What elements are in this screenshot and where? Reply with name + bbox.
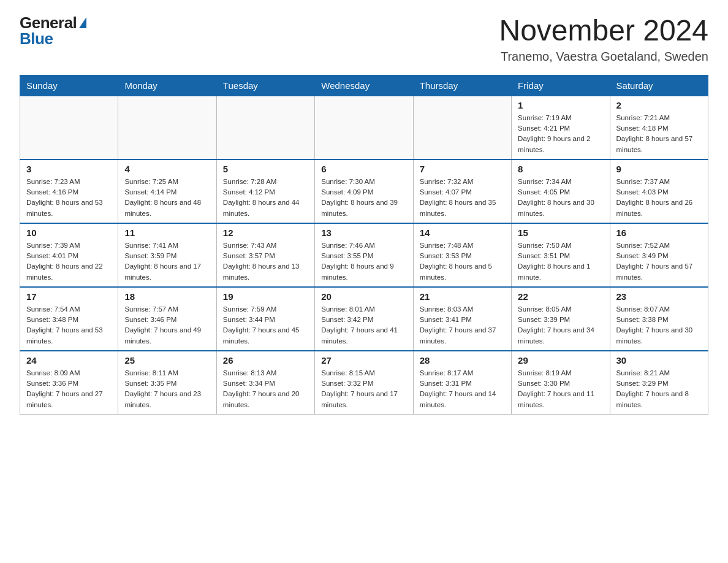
- day-info: Sunrise: 7:52 AMSunset: 3:49 PMDaylight:…: [616, 240, 702, 283]
- day-info: Sunrise: 7:30 AMSunset: 4:09 PMDaylight:…: [321, 177, 406, 219]
- day-number: 2: [616, 100, 702, 110]
- day-info: Sunrise: 8:21 AMSunset: 3:29 PMDaylight:…: [616, 368, 702, 410]
- calendar-week-row: 3Sunrise: 7:23 AMSunset: 4:16 PMDaylight…: [20, 159, 708, 223]
- day-info: Sunrise: 8:03 AMSunset: 3:41 PMDaylight:…: [420, 304, 505, 347]
- day-number: 28: [420, 355, 505, 366]
- day-info: Sunrise: 7:43 AMSunset: 3:57 PMDaylight:…: [223, 240, 308, 283]
- day-info: Sunrise: 7:59 AMSunset: 3:44 PMDaylight:…: [223, 304, 308, 347]
- day-info: Sunrise: 7:41 AMSunset: 3:59 PMDaylight:…: [124, 240, 210, 283]
- calendar-week-row: 10Sunrise: 7:39 AMSunset: 4:01 PMDayligh…: [20, 223, 708, 287]
- day-number: 22: [518, 291, 603, 302]
- day-number: 3: [26, 164, 112, 174]
- calendar-table: SundayMondayTuesdayWednesdayThursdayFrid…: [20, 75, 708, 415]
- calendar-cell: 9Sunrise: 7:37 AMSunset: 4:03 PMDaylight…: [610, 159, 708, 223]
- day-info: Sunrise: 7:57 AMSunset: 3:46 PMDaylight:…: [124, 304, 210, 347]
- day-number: 15: [518, 228, 603, 238]
- col-header-friday: Friday: [512, 75, 610, 96]
- calendar-cell: 30Sunrise: 8:21 AMSunset: 3:29 PMDayligh…: [610, 351, 708, 415]
- calendar-cell: [20, 96, 118, 159]
- calendar-cell: [315, 96, 413, 159]
- calendar-cell: 1Sunrise: 7:19 AMSunset: 4:21 PMDaylight…: [512, 96, 610, 159]
- calendar-cell: 3Sunrise: 7:23 AMSunset: 4:16 PMDaylight…: [20, 159, 118, 223]
- day-number: 14: [420, 228, 505, 238]
- col-header-monday: Monday: [118, 75, 216, 96]
- day-info: Sunrise: 8:01 AMSunset: 3:42 PMDaylight:…: [321, 304, 406, 347]
- day-number: 17: [26, 291, 112, 302]
- day-info: Sunrise: 7:32 AMSunset: 4:07 PMDaylight:…: [420, 177, 505, 219]
- day-info: Sunrise: 7:25 AMSunset: 4:14 PMDaylight:…: [124, 177, 210, 219]
- day-number: 16: [616, 228, 702, 238]
- calendar-header-row: SundayMondayTuesdayWednesdayThursdayFrid…: [20, 75, 708, 96]
- month-title: November 2024: [499, 15, 708, 47]
- calendar-cell: 8Sunrise: 7:34 AMSunset: 4:05 PMDaylight…: [512, 159, 610, 223]
- day-number: 9: [616, 164, 702, 174]
- calendar-cell: 26Sunrise: 8:13 AMSunset: 3:34 PMDayligh…: [216, 351, 314, 415]
- day-info: Sunrise: 7:48 AMSunset: 3:53 PMDaylight:…: [420, 240, 505, 283]
- logo-general-text: General: [20, 15, 77, 31]
- day-info: Sunrise: 7:23 AMSunset: 4:16 PMDaylight:…: [26, 177, 112, 219]
- calendar-cell: [216, 96, 314, 159]
- day-info: Sunrise: 8:19 AMSunset: 3:30 PMDaylight:…: [518, 368, 603, 410]
- day-info: Sunrise: 7:28 AMSunset: 4:12 PMDaylight:…: [223, 177, 308, 219]
- calendar-cell: 18Sunrise: 7:57 AMSunset: 3:46 PMDayligh…: [118, 287, 216, 351]
- calendar-cell: 20Sunrise: 8:01 AMSunset: 3:42 PMDayligh…: [315, 287, 413, 351]
- calendar-cell: 23Sunrise: 8:07 AMSunset: 3:38 PMDayligh…: [610, 287, 708, 351]
- calendar-cell: 24Sunrise: 8:09 AMSunset: 3:36 PMDayligh…: [20, 351, 118, 415]
- calendar-cell: 28Sunrise: 8:17 AMSunset: 3:31 PMDayligh…: [413, 351, 511, 415]
- day-number: 19: [223, 291, 308, 302]
- calendar-cell: 12Sunrise: 7:43 AMSunset: 3:57 PMDayligh…: [216, 223, 314, 287]
- calendar-cell: 29Sunrise: 8:19 AMSunset: 3:30 PMDayligh…: [512, 351, 610, 415]
- calendar-cell: 5Sunrise: 7:28 AMSunset: 4:12 PMDaylight…: [216, 159, 314, 223]
- day-info: Sunrise: 8:07 AMSunset: 3:38 PMDaylight:…: [616, 304, 702, 347]
- calendar-week-row: 1Sunrise: 7:19 AMSunset: 4:21 PMDaylight…: [20, 96, 708, 159]
- day-number: 18: [124, 291, 210, 302]
- day-number: 4: [124, 164, 210, 174]
- col-header-thursday: Thursday: [413, 75, 511, 96]
- calendar-week-row: 17Sunrise: 7:54 AMSunset: 3:48 PMDayligh…: [20, 287, 708, 351]
- day-number: 5: [223, 164, 308, 174]
- day-number: 24: [26, 355, 112, 366]
- day-number: 7: [420, 164, 505, 174]
- col-header-wednesday: Wednesday: [315, 75, 413, 96]
- col-header-tuesday: Tuesday: [216, 75, 314, 96]
- location-title: Tranemo, Vaestra Goetaland, Sweden: [499, 50, 708, 64]
- day-number: 30: [616, 355, 702, 366]
- day-info: Sunrise: 8:17 AMSunset: 3:31 PMDaylight:…: [420, 368, 505, 410]
- title-block: November 2024 Tranemo, Vaestra Goetaland…: [499, 15, 708, 64]
- calendar-week-row: 24Sunrise: 8:09 AMSunset: 3:36 PMDayligh…: [20, 351, 708, 415]
- day-info: Sunrise: 7:50 AMSunset: 3:51 PMDaylight:…: [518, 240, 603, 283]
- logo-blue-text: Blue: [20, 31, 53, 47]
- calendar-cell: 2Sunrise: 7:21 AMSunset: 4:18 PMDaylight…: [610, 96, 708, 159]
- day-number: 23: [616, 291, 702, 302]
- day-info: Sunrise: 7:39 AMSunset: 4:01 PMDaylight:…: [26, 240, 112, 283]
- page-header: General Blue November 2024 Tranemo, Vaes…: [20, 15, 708, 64]
- calendar-cell: 7Sunrise: 7:32 AMSunset: 4:07 PMDaylight…: [413, 159, 511, 223]
- day-number: 20: [321, 291, 406, 302]
- calendar-cell: 11Sunrise: 7:41 AMSunset: 3:59 PMDayligh…: [118, 223, 216, 287]
- day-info: Sunrise: 7:54 AMSunset: 3:48 PMDaylight:…: [26, 304, 112, 347]
- calendar-cell: 15Sunrise: 7:50 AMSunset: 3:51 PMDayligh…: [512, 223, 610, 287]
- col-header-sunday: Sunday: [20, 75, 118, 96]
- day-number: 27: [321, 355, 406, 366]
- day-number: 12: [223, 228, 308, 238]
- calendar-cell: 6Sunrise: 7:30 AMSunset: 4:09 PMDaylight…: [315, 159, 413, 223]
- calendar-cell: 27Sunrise: 8:15 AMSunset: 3:32 PMDayligh…: [315, 351, 413, 415]
- day-info: Sunrise: 8:13 AMSunset: 3:34 PMDaylight:…: [223, 368, 308, 410]
- day-number: 6: [321, 164, 406, 174]
- day-info: Sunrise: 7:46 AMSunset: 3:55 PMDaylight:…: [321, 240, 406, 283]
- logo: General Blue: [20, 15, 86, 47]
- day-number: 13: [321, 228, 406, 238]
- day-info: Sunrise: 7:37 AMSunset: 4:03 PMDaylight:…: [616, 177, 702, 219]
- day-info: Sunrise: 7:19 AMSunset: 4:21 PMDaylight:…: [518, 113, 603, 155]
- day-info: Sunrise: 8:15 AMSunset: 3:32 PMDaylight:…: [321, 368, 406, 410]
- calendar-cell: 13Sunrise: 7:46 AMSunset: 3:55 PMDayligh…: [315, 223, 413, 287]
- logo-triangle-icon: [79, 17, 86, 28]
- day-info: Sunrise: 7:34 AMSunset: 4:05 PMDaylight:…: [518, 177, 603, 219]
- calendar-cell: [118, 96, 216, 159]
- day-number: 25: [124, 355, 210, 366]
- day-info: Sunrise: 8:11 AMSunset: 3:35 PMDaylight:…: [124, 368, 210, 410]
- day-info: Sunrise: 8:05 AMSunset: 3:39 PMDaylight:…: [518, 304, 603, 347]
- calendar-cell: 14Sunrise: 7:48 AMSunset: 3:53 PMDayligh…: [413, 223, 511, 287]
- day-number: 26: [223, 355, 308, 366]
- calendar-cell: 10Sunrise: 7:39 AMSunset: 4:01 PMDayligh…: [20, 223, 118, 287]
